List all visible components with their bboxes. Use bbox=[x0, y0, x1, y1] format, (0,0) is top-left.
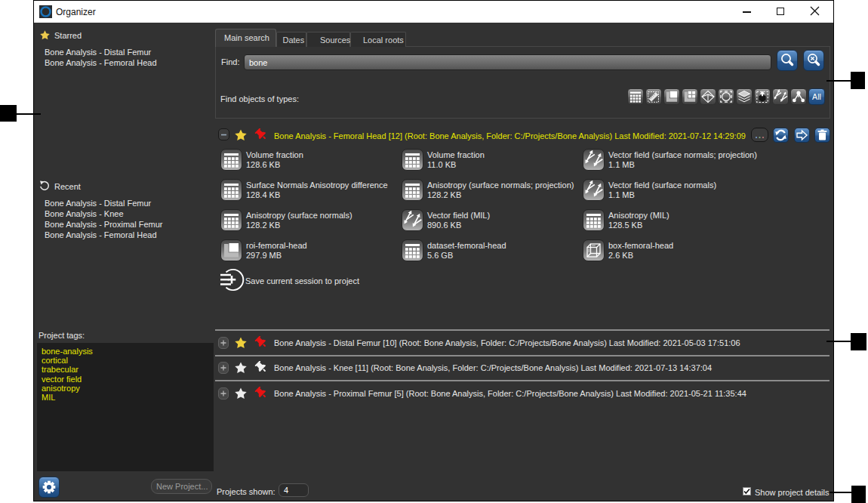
svg-text:All: All bbox=[812, 92, 821, 101]
